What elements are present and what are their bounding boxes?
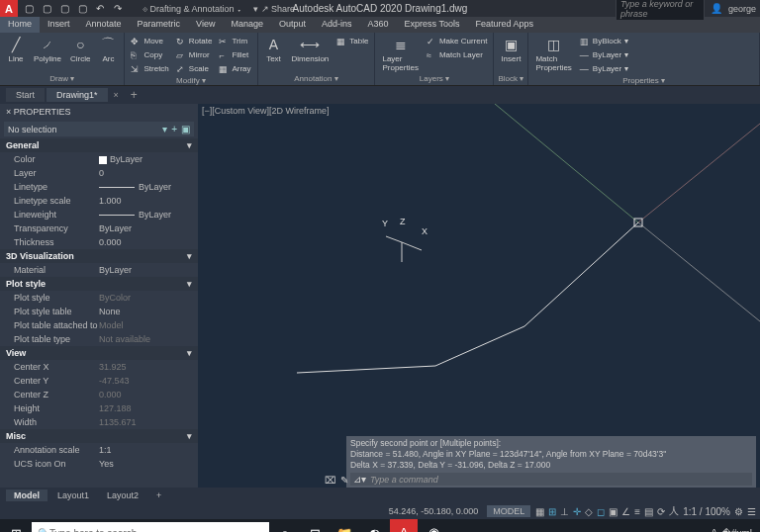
scale-button[interactable]: ⤢Scale bbox=[174, 62, 215, 75]
selection-dropdown[interactable]: No selection ▾+▣ bbox=[4, 122, 194, 136]
close-tab-icon[interactable]: × bbox=[110, 90, 123, 100]
tab-layout2[interactable]: Layout2 bbox=[99, 489, 146, 501]
windows-search-input[interactable]: 🔍 Type here to search bbox=[32, 522, 269, 532]
quick-select-icon[interactable]: ▾ bbox=[162, 124, 167, 134]
undo-icon[interactable]: ↶ bbox=[93, 2, 107, 16]
copy-button[interactable]: ⎘Copy bbox=[129, 48, 170, 61]
rotate-button[interactable]: ↻Rotate bbox=[174, 35, 215, 47]
panel-layers-title[interactable]: Layers ▾ bbox=[379, 73, 489, 83]
osnap-icon[interactable]: ◻ bbox=[597, 506, 605, 517]
selection-cycling-icon[interactable]: ⟳ bbox=[657, 506, 665, 517]
tab-model[interactable]: Model bbox=[6, 489, 48, 501]
gear-icon[interactable]: ⚙ bbox=[734, 506, 743, 517]
lineweight-icon[interactable]: ≡ bbox=[634, 506, 640, 517]
tab-addins[interactable]: Add-ins bbox=[314, 17, 360, 33]
stretch-button[interactable]: ⇲Stretch bbox=[129, 62, 170, 75]
annoscale-icon[interactable]: 人 bbox=[669, 504, 679, 518]
open-icon[interactable]: ▢ bbox=[40, 2, 53, 16]
property-row[interactable]: Plot style tableNone bbox=[0, 305, 198, 318]
tab-output[interactable]: Output bbox=[271, 17, 314, 33]
cmd-custom-icon[interactable]: ✎ bbox=[340, 475, 348, 486]
fillet-button[interactable]: ⌐Fillet bbox=[217, 48, 252, 61]
layer-properties-button[interactable]: ≣Layer Properties bbox=[379, 35, 421, 73]
match-layer-button[interactable]: ≈Match Layer bbox=[425, 48, 489, 61]
circle-button[interactable]: ○Circle bbox=[67, 35, 93, 64]
match-properties-button[interactable]: ◫Match Properties bbox=[532, 35, 574, 73]
tab-manage[interactable]: Manage bbox=[223, 17, 271, 33]
taskbar-app[interactable]: ◐ bbox=[360, 519, 388, 532]
save-icon[interactable]: ▢ bbox=[57, 2, 71, 16]
array-button[interactable]: ▦Array bbox=[217, 62, 252, 75]
cmd-close-icon[interactable]: ⌧ bbox=[325, 475, 336, 486]
table-button[interactable]: ▦Table bbox=[334, 35, 370, 47]
dimension-button[interactable]: ⟷Dimension bbox=[289, 35, 332, 64]
tab-layout1[interactable]: Layout1 bbox=[49, 489, 97, 501]
property-row[interactable]: Linetype scale1.000 bbox=[0, 194, 198, 208]
share-button[interactable]: ▾ ↗ Share bbox=[253, 4, 295, 14]
property-row[interactable]: Plot table typeNot available bbox=[0, 332, 198, 346]
property-row[interactable]: Center Y-47.543 bbox=[0, 374, 198, 388]
tab-express[interactable]: Express Tools bbox=[397, 17, 468, 33]
property-row[interactable]: LinetypeByLayer bbox=[0, 180, 198, 194]
select-objects-icon[interactable]: ▣ bbox=[181, 124, 190, 134]
lineweight-dropdown[interactable]: —ByLayer ▾ bbox=[578, 48, 755, 61]
new-tab-icon[interactable]: + bbox=[125, 88, 143, 102]
add-layout-icon[interactable]: + bbox=[148, 489, 169, 501]
tray-chevron-icon[interactable]: ^ bbox=[712, 528, 716, 532]
ortho-icon[interactable]: ⊥ bbox=[560, 506, 569, 517]
tab-a360[interactable]: A360 bbox=[360, 17, 397, 33]
property-row[interactable]: UCS icon OnYes bbox=[0, 457, 198, 471]
user-name[interactable]: george bbox=[728, 4, 756, 14]
panel-block-title[interactable]: Block ▾ bbox=[498, 73, 523, 83]
property-row[interactable]: Thickness0.000 bbox=[0, 235, 198, 249]
cortana-icon[interactable]: ○ bbox=[271, 519, 299, 532]
section-view[interactable]: View▾ bbox=[0, 346, 198, 360]
drawing-canvas[interactable]: [−][Custom View][2D Wireframe] Y Z X ⌧✎ … bbox=[198, 104, 760, 488]
app-logo[interactable]: A bbox=[0, 0, 18, 17]
property-row[interactable]: Center Z0.000 bbox=[0, 388, 198, 401]
section-3dviz[interactable]: 3D Visualization▾ bbox=[0, 249, 198, 263]
transparency-icon[interactable]: ▤ bbox=[644, 506, 653, 517]
tab-annotate[interactable]: Annotate bbox=[78, 17, 130, 33]
make-current-button[interactable]: ✓Make Current bbox=[425, 35, 489, 47]
panel-draw-title[interactable]: Draw ▾ bbox=[4, 73, 120, 83]
property-row[interactable]: Center X31.925 bbox=[0, 360, 198, 374]
property-row[interactable]: Plot table attached toModel bbox=[0, 318, 198, 332]
polar-icon[interactable]: ✛ bbox=[573, 506, 581, 517]
panel-properties-title[interactable]: Properties ▾ bbox=[532, 75, 755, 85]
property-row[interactable]: LineweightByLayer bbox=[0, 208, 198, 222]
otrack-icon[interactable]: ∠ bbox=[621, 506, 630, 517]
tab-view[interactable]: View bbox=[188, 17, 223, 33]
color-dropdown[interactable]: ▥ByBlock ▾ bbox=[578, 35, 755, 47]
tab-featured[interactable]: Featured Apps bbox=[467, 17, 541, 33]
mirror-button[interactable]: ▱Mirror bbox=[174, 48, 215, 61]
3dosnap-icon[interactable]: ▣ bbox=[609, 506, 618, 517]
customize-icon[interactable]: ☰ bbox=[747, 506, 756, 517]
property-row[interactable]: Width1135.671 bbox=[0, 415, 198, 429]
property-row[interactable]: MaterialByLayer bbox=[0, 263, 198, 277]
panel-annotation-title[interactable]: Annotation ▾ bbox=[262, 73, 371, 83]
property-row[interactable]: TransparencyByLayer bbox=[0, 222, 198, 235]
isodraft-icon[interactable]: ◇ bbox=[585, 506, 593, 517]
tab-home[interactable]: Home bbox=[0, 17, 40, 33]
tab-insert[interactable]: Insert bbox=[40, 17, 78, 33]
section-misc[interactable]: Misc▾ bbox=[0, 429, 198, 443]
saveas-icon[interactable]: ▢ bbox=[75, 2, 89, 16]
snap-icon[interactable]: ⊞ bbox=[548, 506, 556, 517]
coordinates-readout[interactable]: 54.246, -50.180, 0.000 bbox=[389, 506, 479, 516]
taskbar-chrome[interactable]: ◉ bbox=[420, 519, 447, 532]
linetype-dropdown[interactable]: —ByLayer ▾ bbox=[578, 62, 755, 75]
start-button[interactable]: ⊞ bbox=[2, 519, 30, 532]
taskbar-app[interactable]: 📁 bbox=[331, 519, 358, 532]
section-plot[interactable]: Plot style▾ bbox=[0, 277, 198, 291]
property-row[interactable]: Plot styleByColor bbox=[0, 291, 198, 305]
ucs-icon[interactable]: Y Z X bbox=[382, 221, 428, 268]
command-input[interactable]: ⊿▾ Type a command bbox=[350, 473, 752, 486]
taskbar-autocad[interactable]: A bbox=[390, 519, 418, 532]
tab-parametric[interactable]: Parametric bbox=[130, 17, 189, 33]
user-icon[interactable]: 👤 bbox=[711, 3, 722, 14]
task-view-icon[interactable]: ⊡ bbox=[301, 519, 329, 532]
polyline-button[interactable]: ⟋Polyline bbox=[31, 35, 64, 64]
grid-icon[interactable]: ▦ bbox=[535, 506, 544, 517]
property-row[interactable]: Annotation scale1:1 bbox=[0, 443, 198, 457]
